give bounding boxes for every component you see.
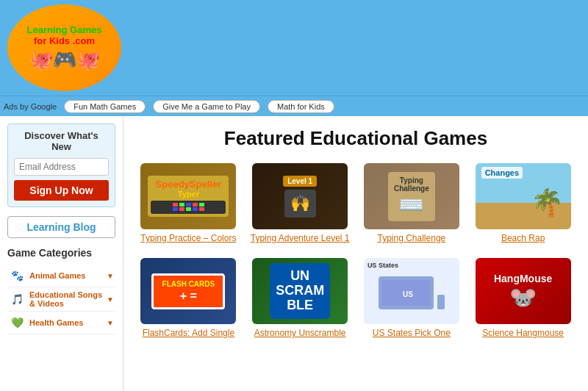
game-link-typing-challenge[interactable]: Typing Challenge	[378, 233, 446, 243]
songs-label: Educational Songs & Videos	[29, 290, 102, 308]
sidebar-item-educational-songs[interactable]: 🎵 Educational Songs & Videos ▼	[7, 287, 115, 312]
featured-title: Featured Educational Games	[138, 127, 573, 150]
thumb-unscramble: UNSCRAMBLE	[252, 258, 348, 324]
game-link-usstates[interactable]: US States Pick One	[373, 328, 451, 338]
fun-math-games-btn[interactable]: Fun Math Games	[64, 100, 146, 113]
content-area: Featured Educational Games SpeedySpeller…	[123, 116, 588, 391]
learning-blog-button[interactable]: Learning Blog	[7, 216, 115, 238]
game-card-typing-adv[interactable]: Level 1 🙌 Typing Adventure Level 1	[250, 163, 351, 243]
sidebar-item-health-games[interactable]: 💚 Health Games ▼	[7, 312, 115, 334]
thumb-typing-colors: SpeedySpeller Typer	[140, 163, 236, 229]
health-label: Health Games	[29, 318, 83, 327]
songs-icon: 🎵	[9, 291, 25, 307]
thumb-usstates: US States US	[364, 258, 459, 324]
thumb-beach: Changes 🌴	[476, 163, 571, 229]
game-card-unscramble[interactable]: UNSCRAMBLE Astronomy Unscramble	[250, 258, 351, 338]
categories-title: Game Categories	[7, 247, 115, 259]
logo-text: Learning Games for Kids .com 🐙🎮🐙	[27, 25, 102, 70]
chevron-down-icon: ▼	[107, 272, 114, 280]
sidebar-item-animal-games[interactable]: 🐾 Animal Games ▼	[7, 265, 115, 287]
beach-title-label: Changes	[481, 167, 523, 179]
un-text: UNSCRAMBLE	[276, 269, 324, 312]
ads-label: Ads by Google	[4, 102, 57, 111]
discover-title: Discover What's New	[14, 130, 109, 152]
give-game-btn[interactable]: Give Me a Game to Play	[153, 100, 260, 113]
hm-title: HangMouse	[494, 273, 552, 284]
logo-box: Learning Games for Kids .com 🐙🎮🐙	[7, 4, 121, 91]
thumb-typing-adv: Level 1 🙌	[252, 163, 348, 229]
typewriter-label: TypingChallenge	[394, 176, 429, 193]
health-icon: 💚	[9, 315, 25, 331]
thumb-flashcards: FLASH CARDS + =	[140, 258, 236, 324]
chevron-down-icon3: ▼	[107, 319, 114, 327]
typewriter-icon: ⌨️	[394, 193, 429, 217]
level-badge: Level 1	[283, 176, 317, 187]
game-card-beach-rap[interactable]: Changes 🌴 Beach Rap	[473, 163, 573, 243]
svg-rect-3	[437, 295, 445, 309]
palm-icon: 🌴	[531, 187, 564, 218]
un-inner: UNSCRAMBLE	[270, 263, 330, 318]
sidebar: Discover What's New Sign Up Now Learning…	[0, 116, 123, 391]
discover-box: Discover What's New Sign Up Now	[7, 123, 115, 207]
categories-list: 🐾 Animal Games ▼ 🎵 Educational Songs & V…	[7, 265, 115, 334]
hands-icon: 🙌	[290, 194, 310, 212]
us-label: US States	[368, 262, 398, 269]
game-link-unscramble[interactable]: Astronomy Unscramble	[254, 328, 346, 338]
game-card-flashcards[interactable]: FLASH CARDS + = FlashCards: Add Single	[138, 258, 239, 338]
logo-line1: Learning Games	[27, 25, 102, 35]
chevron-down-icon2: ▼	[107, 295, 114, 304]
fc-inner: FLASH CARDS + =	[151, 273, 225, 309]
thumb-typing-challenge: TypingChallenge ⌨️	[364, 163, 459, 229]
animal-label: Animal Games	[29, 271, 85, 280]
game-card-hangmouse[interactable]: HangMouse 🐭 Science Hangmouse	[473, 258, 573, 338]
games-row-1: SpeedySpeller Typer	[138, 163, 573, 243]
logo-area[interactable]: Learning Games for Kids .com 🐙🎮🐙	[4, 2, 125, 94]
games-row-2: FLASH CARDS + = FlashCards: Add Single U…	[138, 258, 573, 338]
svg-text:US: US	[403, 290, 413, 298]
mouse-icon: 🐭	[494, 284, 552, 310]
typewriter-box: TypingChallenge ⌨️	[388, 172, 435, 221]
game-link-hangmouse[interactable]: Science Hangmouse	[482, 328, 564, 338]
game-link-typing-colors[interactable]: Typing Practice – Colors	[140, 233, 236, 243]
game-link-flashcards[interactable]: FlashCards: Add Single	[143, 328, 234, 338]
header: Learning Games for Kids .com 🐙🎮🐙	[0, 0, 588, 96]
game-card-usstates[interactable]: US States US US States Pick One	[362, 258, 462, 338]
game-card-typing-challenge[interactable]: TypingChallenge ⌨️ Typing Challenge	[362, 163, 462, 243]
navbar: Ads by Google Fun Math Games Give Me a G…	[0, 96, 588, 116]
game-link-typing-adv[interactable]: Typing Adventure Level 1	[251, 233, 350, 243]
game-link-beach-rap[interactable]: Beach Rap	[501, 233, 545, 243]
logo-line2: for Kids .com	[27, 36, 102, 46]
fc-title: FLASH CARDS	[161, 280, 215, 288]
main-layout: Discover What's New Sign Up Now Learning…	[0, 116, 588, 391]
hm-inner: HangMouse 🐭	[494, 273, 552, 310]
signup-button[interactable]: Sign Up Now	[14, 180, 109, 201]
us-map-svg: US	[375, 265, 448, 317]
keyboard-img: 🙌	[284, 190, 316, 218]
game-card-typing-colors[interactable]: SpeedySpeller Typer	[138, 163, 239, 243]
email-input[interactable]	[14, 158, 109, 176]
thumb-hangmouse: HangMouse 🐭	[476, 258, 571, 324]
fc-math: + =	[161, 290, 215, 303]
animal-icon: 🐾	[9, 268, 25, 284]
math-for-kids-btn[interactable]: Math for Kids	[268, 100, 334, 113]
